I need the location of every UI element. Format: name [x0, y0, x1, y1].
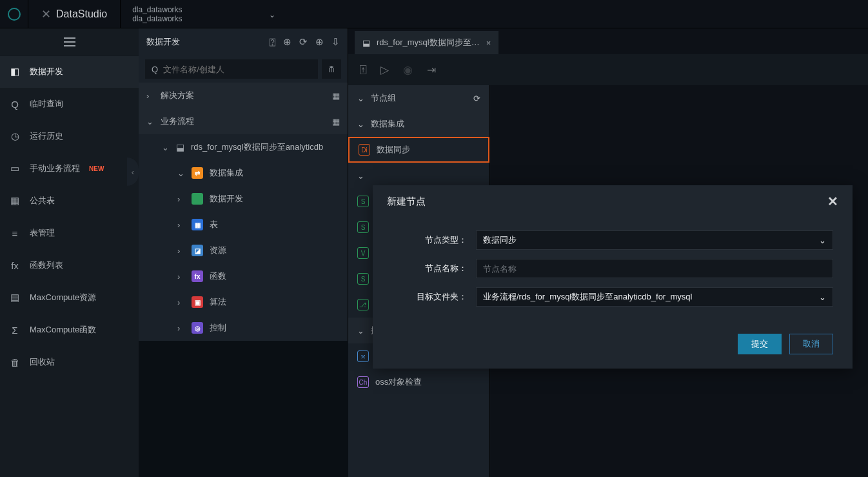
section-label: 业务流程 [161, 116, 194, 127]
node-type-icon: ◪ [192, 245, 203, 256]
tree-node[interactable]: ◎控制 [170, 315, 348, 341]
submit-button[interactable]: 提交 [738, 334, 782, 354]
stop-icon[interactable]: ◉ [403, 63, 413, 77]
grid-icon[interactable]: ▦ [332, 91, 340, 101]
node-icon: Ch [357, 376, 369, 388]
refresh-icon[interactable]: ⟳ [299, 36, 308, 48]
palette-item[interactable]: Choss对象检查 [348, 369, 489, 395]
node-label: 资源 [210, 245, 226, 256]
user-add-icon[interactable]: ⍰ [270, 36, 275, 48]
flow-icon: ⬓ [176, 142, 184, 152]
close-icon[interactable]: ✕ [827, 194, 838, 209]
tab-active[interactable]: ⬓ rds_for_mysql数据同步至… × [355, 31, 498, 54]
target-folder-label: 目标文件夹： [392, 291, 476, 303]
fullscreen-icon[interactable]: ⇥ [427, 63, 436, 77]
nav-item[interactable]: ◷运行历史 [0, 120, 139, 152]
node-label: 算法 [210, 296, 226, 308]
tree-node[interactable]: ⇄数据集成 [170, 160, 348, 186]
nav-icon: ▭ [9, 163, 21, 174]
node-icon: ⤧ [357, 350, 369, 362]
node-name-input[interactable] [483, 264, 826, 274]
chevron-icon [177, 323, 185, 333]
chevron-right-icon [146, 91, 154, 101]
import-icon[interactable]: ⇩ [331, 36, 340, 48]
node-label: 数据集成 [210, 167, 243, 179]
target-folder-select[interactable]: 业务流程/rds_for_mysql数据同步至analyticdb_for_my… [476, 287, 833, 307]
node-name-label: 节点名称： [392, 263, 476, 274]
nav-item[interactable]: ▭手动业务流程NEW [0, 152, 139, 185]
project-line1: dla_dataworks [132, 5, 277, 14]
section-flows[interactable]: 业务流程 ▦ [139, 108, 348, 134]
nav-label: MaxCompute函数 [30, 324, 96, 336]
nav-label: 临时查询 [30, 98, 63, 110]
palette-section[interactable] [348, 163, 489, 188]
search-icon: Q [152, 65, 158, 74]
filter-button[interactable]: ⫚ [322, 59, 341, 79]
nav-item[interactable]: ≡表管理 [0, 217, 139, 249]
chevron-down-icon [357, 326, 364, 336]
tools-icon: ✕ [41, 7, 51, 21]
file-panel: 数据开发 ⍰ ⊕ ⟳ ⊕ ⇩ Q ⫚ 解决方案 [139, 28, 348, 341]
node-type-label: 节点类型： [392, 234, 476, 246]
node-label: 函数 [210, 270, 226, 282]
grid-icon[interactable]: ▦ [332, 117, 340, 127]
node-type-select[interactable]: 数据同步 [476, 230, 833, 250]
project-selector[interactable]: dla_dataworks dla_dataworks [121, 0, 288, 28]
refresh-icon[interactable]: ⟳ [473, 94, 480, 103]
search-box[interactable]: Q [145, 59, 318, 79]
group-label: 节点组 [371, 92, 396, 104]
tree-node[interactable]: 数据开发 [170, 186, 348, 212]
run-icon[interactable]: ▷ [380, 63, 389, 77]
panel-title: 数据开发 [146, 36, 180, 48]
close-icon[interactable]: × [486, 38, 491, 48]
node-name-field[interactable] [476, 259, 833, 278]
palette-section[interactable]: 数据集成 [348, 111, 489, 137]
search-input[interactable] [163, 65, 311, 74]
flow-node[interactable]: ⬓ rds_for_mysql数据同步至analyticdb [154, 134, 348, 160]
brand: ✕ DataStudio [28, 0, 121, 28]
nav-label: MaxCompute资源 [30, 292, 96, 303]
branch-icon: ⎇ [357, 299, 369, 310]
app-logo[interactable] [0, 0, 28, 28]
new-file-icon[interactable]: ⊕ [283, 36, 291, 48]
nav-item[interactable]: 🗑回收站 [0, 346, 139, 378]
node-type-icon: ◎ [192, 322, 203, 334]
tree-node[interactable]: ▦表 [170, 212, 348, 238]
menu-icon [64, 37, 75, 46]
cancel-button[interactable]: 取消 [789, 334, 833, 354]
nav-item[interactable]: Q临时查询 [0, 88, 139, 120]
dialog-title: 新建节点 [387, 196, 426, 208]
palette-group-header[interactable]: 节点组 ⟳ [348, 85, 489, 111]
nav-label: 运行历史 [30, 130, 63, 142]
nav-label: 公共表 [30, 195, 55, 207]
nav-icon: Q [9, 99, 21, 110]
nav-item[interactable]: ΣMaxCompute函数 [0, 314, 139, 346]
tree-node[interactable]: fx函数 [170, 263, 348, 289]
locate-icon[interactable]: ⊕ [315, 36, 324, 48]
flow-name: rds_for_mysql数据同步至analyticdb [191, 141, 340, 153]
upload-icon[interactable]: ⍐ [360, 63, 366, 76]
node-label: 表 [210, 219, 218, 230]
select-value: 业务流程/rds_for_mysql数据同步至analyticdb_for_my… [483, 291, 692, 303]
chevron-down-icon [357, 171, 364, 181]
nav-icon: 🗑 [9, 357, 21, 368]
tab-bar: ⬓ rds_for_mysql数据同步至… × [348, 28, 868, 54]
tree-node[interactable]: ◪资源 [170, 238, 348, 263]
project-line2: dla_dataworks [132, 14, 277, 23]
nav-item[interactable]: ▦公共表 [0, 185, 139, 217]
node-type-icon: ⇄ [192, 167, 203, 179]
palette-item-selected[interactable]: Di 数据同步 [348, 137, 489, 163]
node-type-icon: fx [192, 270, 203, 282]
chevron-icon [177, 246, 185, 256]
nav-item[interactable]: ▤MaxCompute资源 [0, 281, 139, 314]
editor-toolbar: ⍐ ▷ ◉ ⇥ [348, 54, 868, 85]
node-label: 数据开发 [210, 193, 243, 205]
nav-collapse[interactable] [0, 28, 139, 56]
chevron-down-icon [146, 117, 154, 127]
section-solutions[interactable]: 解决方案 ▦ [139, 83, 348, 108]
node-label: 控制 [210, 322, 226, 334]
nav-item[interactable]: ◧数据开发 [0, 56, 139, 88]
tree-node[interactable]: ▣算法 [170, 289, 348, 315]
nav-item[interactable]: fx函数列表 [0, 249, 139, 281]
nav-label: 表管理 [30, 227, 55, 239]
